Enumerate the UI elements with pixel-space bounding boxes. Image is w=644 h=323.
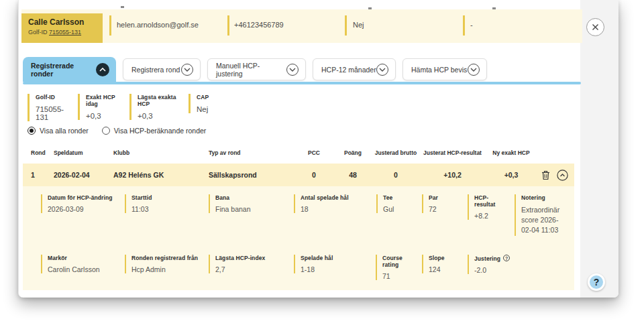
- player-header: Calle Carlsson Golf-ID 715055-131 helen.…: [21, 9, 582, 43]
- detail-markor: Markör Carolin Carlsson: [41, 255, 120, 273]
- detail-hcp-resultat: HCP-resultat +8.2: [468, 194, 506, 220]
- chevron-down-icon: [376, 64, 388, 76]
- player-golfid-line: Golf-ID 715055-131: [28, 29, 96, 36]
- close-button[interactable]: [586, 18, 604, 36]
- help-circle-icon[interactable]: ?: [503, 255, 510, 261]
- detail-datum-for-hcp-andring: Datum för HCP-ändring 2026-03-09: [41, 194, 120, 213]
- stat-exakt-hcp-idag: Exakt HCP idag +0,3: [78, 94, 127, 120]
- stat-lagsta-exakta-hcp: Lägsta exakta HCP +0,3: [129, 94, 187, 120]
- header-divider: [463, 15, 465, 36]
- player-cap-value: Nej: [353, 21, 364, 29]
- chevron-down-icon: [181, 64, 193, 76]
- cell-rond: 1: [23, 171, 54, 179]
- cell-klubb: A92 Heléns GK: [113, 171, 209, 179]
- active-tab-underline: [23, 82, 581, 84]
- detail-lagsta-hcp-index: Lägsta HCP-index 2,7: [209, 255, 285, 273]
- radio-label-visa-hcp-beraknande: Visa HCP-beräknande ronder: [114, 127, 207, 135]
- truncated-text-fragment: [121, 6, 124, 8]
- detail-bana: Bana Fina banan: [209, 194, 285, 213]
- player-email: helen.arnoldson@golf.se: [117, 21, 199, 29]
- cell-speldatum: 2026-02-04: [54, 171, 113, 179]
- header-divider: [227, 15, 229, 36]
- cell-ny-exakt-hcp: +0,3: [485, 171, 537, 179]
- collapse-round-button[interactable]: [557, 170, 568, 181]
- chevron-up-icon: [96, 63, 109, 76]
- tab-registrerade-ronder[interactable]: Registrerade ronder: [23, 57, 116, 82]
- player-name-box: Calle Carlsson Golf-ID 715055-131: [21, 13, 103, 43]
- player-hcp-modal: ? Calle Carlsson Golf-ID 715055-131 hele…: [18, 0, 619, 298]
- stat-cap: CAP Nej: [189, 94, 229, 113]
- tab-bar: Registrerade ronder Registrera rond Manu…: [23, 57, 487, 82]
- detail-tee: Tee Gul: [376, 194, 413, 213]
- tab-hcp-12-manader[interactable]: HCP-12 månader: [313, 58, 396, 80]
- detail-ronden-registrerad-fran: Ronden registrerad från Hcp Admin: [125, 255, 200, 273]
- detail-par: Par 72: [422, 194, 459, 213]
- radio-visa-hcp-beraknande-ronder[interactable]: [102, 127, 110, 135]
- radio-label-visa-alla-ronder: Visa alla ronder: [40, 127, 89, 135]
- round-filter-radios: Visa alla ronder Visa HCP-beräknande ron…: [28, 127, 206, 135]
- trash-icon: [541, 170, 550, 180]
- player-name: Calle Carlsson: [28, 17, 96, 27]
- header-divider: [345, 15, 347, 36]
- help-button[interactable]: ?: [588, 273, 605, 291]
- detail-spelade-hal: Spelade hål 1-18: [294, 255, 368, 273]
- cell-poang: 48: [334, 171, 372, 179]
- rounds-table-header: Rond Speldatum Klubb Typ av rond PCC Poä…: [23, 148, 574, 157]
- chevron-down-icon: [468, 64, 480, 76]
- detail-antal-spelade-hal: Antal spelade hål 18: [294, 194, 368, 213]
- tab-hamta-hcp-bevis[interactable]: Hämta HCP bevis: [402, 58, 487, 80]
- stat-golf-id: Golf-ID 715055-131: [28, 94, 76, 121]
- radio-visa-alla-ronder[interactable]: [28, 127, 36, 135]
- cell-justerad-brutto: 0: [372, 171, 420, 179]
- tab-registrera-rond[interactable]: Registrera rond: [123, 58, 201, 80]
- detail-notering: Notering Extraordinär score 2026-02-04 1…: [515, 194, 568, 236]
- close-icon: [591, 23, 600, 31]
- header-divider: [109, 15, 111, 36]
- cell-typ-av-rond: Sällskapsrond: [209, 171, 294, 179]
- round-detail-panel: Datum för HCP-ändring 2026-03-09 Startti…: [23, 186, 574, 290]
- chevron-down-icon: [286, 64, 299, 76]
- page-background: ? Calle Carlsson Golf-ID 715055-131 hele…: [0, 0, 644, 323]
- cell-justerat-hcp-resultat: +10,2: [420, 171, 485, 179]
- chevron-up-circle-icon: [557, 170, 568, 181]
- modal-side-band: [580, 0, 619, 298]
- golfid-link[interactable]: 715055-131: [49, 29, 81, 36]
- round-row[interactable]: 1 2026-02-04 A92 Heléns GK Sällskapsrond…: [23, 164, 574, 186]
- detail-slope: Slope 124: [422, 255, 459, 273]
- player-phone: +46123456789: [234, 21, 284, 29]
- detail-justering: Justering? -2.0: [468, 255, 528, 274]
- tab-manuell-hcp-justering[interactable]: Manuell HCP-justering: [207, 58, 306, 80]
- detail-starttid: Starttid 11:03: [125, 194, 200, 213]
- golfid-label: Golf-ID: [28, 29, 48, 36]
- cell-pcc: 0: [294, 171, 334, 179]
- detail-course-rating: Course rating 71: [376, 255, 417, 280]
- player-dash-value: -: [470, 21, 473, 29]
- delete-round-button[interactable]: [541, 170, 550, 180]
